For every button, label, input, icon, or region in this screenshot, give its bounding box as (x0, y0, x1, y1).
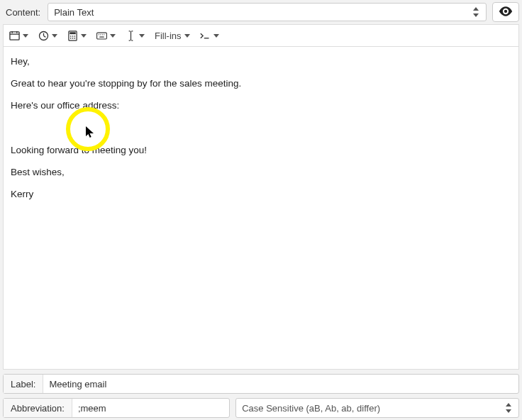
svg-point-11 (72, 35, 74, 37)
insert-time-menu[interactable] (38, 29, 57, 42)
calculator-icon (67, 31, 78, 41)
case-sensitivity-value: Case Sensitive (aB, Ab, ab, differ) (242, 403, 506, 414)
content-type-row: Content: Plain Text (0, 0, 522, 24)
clock-icon (38, 31, 49, 41)
editor-line: Great to hear you're stopping by for the… (11, 77, 511, 90)
eye-icon (499, 6, 513, 18)
calendar-icon (9, 31, 20, 41)
content-type-value: Plain Text (54, 7, 473, 18)
fillins-menu[interactable]: Fill-ins (155, 29, 190, 42)
editor-line: Best wishes, (11, 166, 511, 179)
case-sensitivity-select[interactable]: Case Sensitive (aB, Ab, ab, differ) (235, 398, 519, 418)
insert-cursor-menu[interactable] (126, 29, 145, 42)
editor-line (11, 122, 511, 135)
svg-point-18 (100, 34, 101, 35)
chevron-down-icon (23, 34, 28, 38)
chevron-down-icon (184, 34, 190, 38)
content-label: Content: (4, 7, 42, 18)
label-field-row: Label: (3, 374, 519, 394)
fillins-label: Fill-ins (155, 31, 182, 41)
editor-line: Looking forward to meeting you! (11, 144, 511, 157)
abbreviation-field-row: Abbreviation: (3, 398, 230, 418)
svg-point-14 (72, 37, 74, 38)
chevron-down-icon (213, 34, 219, 38)
snippet-meta: Label: Abbreviation: Case Sensitive (aB,… (3, 374, 519, 418)
svg-point-12 (74, 35, 75, 37)
svg-point-15 (74, 37, 75, 38)
editor-toolbar: Fill-ins (3, 24, 519, 46)
snippet-editor[interactable]: Hey, Great to hear you're stopping by fo… (3, 46, 519, 370)
label-field-label: Label: (4, 375, 43, 393)
svg-point-17 (99, 34, 99, 35)
svg-line-7 (44, 35, 46, 37)
label-input[interactable] (43, 375, 518, 393)
chevron-down-icon (52, 34, 57, 38)
svg-point-13 (70, 37, 72, 38)
select-stepper-icon (506, 403, 513, 413)
preview-button[interactable] (492, 2, 519, 22)
svg-point-10 (70, 35, 72, 37)
svg-rect-21 (99, 36, 104, 37)
abbreviation-field-label: Abbreviation: (4, 399, 72, 417)
keyboard-icon (96, 31, 107, 41)
script-menu[interactable] (200, 29, 219, 42)
editor-line: Here's our office address: (11, 99, 511, 112)
svg-point-19 (102, 34, 103, 35)
editor-line: Hey, (11, 55, 511, 68)
chevron-down-icon (81, 34, 87, 38)
svg-point-0 (504, 9, 507, 12)
content-type-select[interactable]: Plain Text (48, 3, 487, 21)
svg-rect-9 (70, 32, 75, 34)
svg-rect-1 (10, 31, 19, 39)
abbreviation-input[interactable] (72, 399, 229, 417)
prompt-icon (200, 31, 211, 41)
chevron-down-icon (139, 34, 145, 38)
text-cursor-icon (126, 31, 136, 41)
insert-key-menu[interactable] (96, 29, 116, 42)
editor-line: Kerry (11, 188, 511, 201)
svg-rect-16 (97, 33, 107, 39)
insert-date-menu[interactable] (9, 29, 28, 42)
svg-point-20 (104, 34, 104, 35)
insert-math-menu[interactable] (67, 29, 87, 42)
select-stepper-icon (473, 7, 480, 17)
chevron-down-icon (110, 34, 116, 38)
